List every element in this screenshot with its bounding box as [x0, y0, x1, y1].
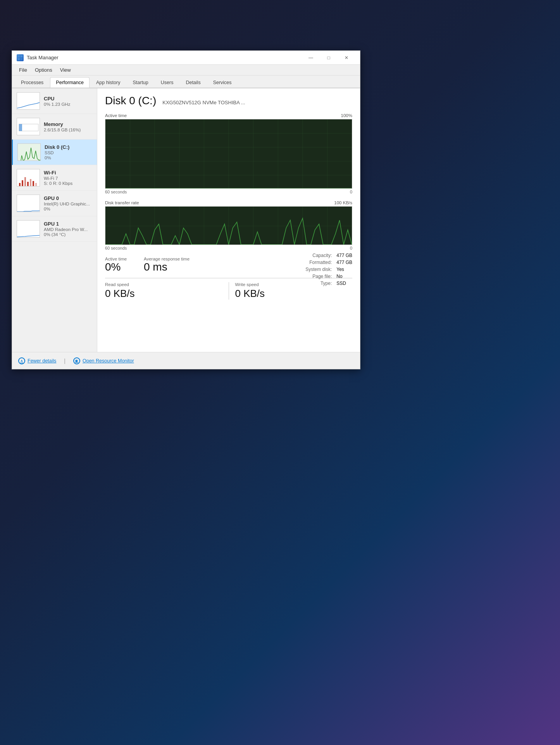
svg-rect-17	[17, 195, 40, 212]
cpu-sub: 0% 1.23 GHz	[44, 102, 92, 107]
open-resource-monitor-link[interactable]: ◉ Open Resource Monitor	[73, 357, 134, 364]
formatted-label: Formatted:	[297, 260, 332, 265]
capacity-value: 477 GB	[336, 253, 352, 258]
capacity-row: Capacity: 477 GB	[297, 253, 352, 258]
page-file-row: Page file: No	[297, 274, 352, 279]
sidebar: CPU 0% 1.23 GHz Memory 2.6/15.8 GB (16%)	[12, 88, 97, 352]
disk0-thumbnail	[17, 143, 41, 161]
fewer-details-link[interactable]: ∧ Fewer details	[18, 357, 56, 364]
active-time-duration: 60 seconds	[105, 190, 127, 194]
sidebar-item-cpu[interactable]: CPU 0% 1.23 GHz	[12, 88, 97, 114]
main-content: CPU 0% 1.23 GHz Memory 2.6/15.8 GB (16%)	[12, 88, 360, 352]
task-manager-icon	[17, 54, 24, 61]
tab-app-history[interactable]: App history	[90, 77, 126, 88]
wifi-sub2: S: 0 R: 0 Kbps	[44, 181, 92, 186]
active-time-max: 100%	[341, 113, 352, 118]
svg-rect-0	[18, 55, 20, 57]
menu-options[interactable]: Options	[31, 66, 56, 74]
memory-name: Memory	[44, 121, 92, 127]
svg-rect-18	[17, 221, 40, 238]
sidebar-item-disk0[interactable]: Disk 0 (C:) SSD 0%	[12, 140, 97, 165]
transfer-rate-label-row: Disk transfer rate 100 KB/s	[105, 200, 352, 205]
tab-startup[interactable]: Startup	[127, 77, 154, 88]
active-time-section: Active time 100%	[105, 113, 352, 194]
tab-processes[interactable]: Processes	[15, 77, 49, 88]
svg-rect-14	[30, 179, 31, 186]
svg-rect-10	[19, 183, 21, 186]
wifi-info: Wi-Fi Wi-Fi 7 S: 0 R: 0 Kbps	[44, 170, 92, 186]
wifi-sub1: Wi-Fi 7	[44, 176, 92, 181]
transfer-rate-time-label: 60 seconds 0	[105, 246, 352, 250]
read-speed-value: 0 KB/s	[105, 288, 222, 300]
fewer-details-icon: ∧	[18, 357, 25, 364]
disk0-sub1: SSD	[45, 150, 92, 155]
svg-rect-13	[27, 182, 29, 186]
system-disk-row: System disk: Yes	[297, 267, 352, 272]
title-bar-controls: — □ ✕	[302, 52, 355, 64]
tab-details[interactable]: Details	[180, 77, 206, 88]
bottom-separator: |	[64, 358, 65, 364]
tabs-bar: Processes Performance App history Startu…	[12, 76, 360, 88]
transfer-rate-zero: 0	[350, 246, 352, 250]
transfer-rate-label: Disk transfer rate	[105, 200, 139, 205]
type-row: Type: SSD	[297, 281, 352, 286]
memory-thumbnail	[17, 118, 40, 135]
gpu0-sub1: Intel(R) UHD Graphic...	[44, 202, 92, 206]
window-title: Task Manager	[27, 55, 59, 60]
stats-container: Active time 0% Average response time 0 m…	[105, 257, 352, 300]
svg-rect-3	[21, 58, 22, 60]
title-bar: Task Manager — □ ✕	[12, 51, 360, 65]
menu-bar: File Options View	[12, 65, 360, 76]
sidebar-item-wifi[interactable]: Wi-Fi Wi-Fi 7 S: 0 R: 0 Kbps	[12, 165, 97, 191]
active-time-label-row: Active time 100%	[105, 113, 352, 118]
active-time-stat: Active time 0%	[105, 257, 136, 273]
capacity-label: Capacity:	[297, 253, 332, 258]
gpu0-name: GPU 0	[44, 195, 92, 201]
fewer-details-label: Fewer details	[28, 358, 56, 364]
gpu1-info: GPU 1 AMD Radeon Pro W... 0% (34 °C)	[44, 221, 92, 237]
active-time-stat-value: 0%	[105, 261, 136, 273]
wifi-thumbnail	[17, 169, 40, 186]
title-bar-left: Task Manager	[17, 54, 59, 61]
svg-rect-16	[35, 183, 37, 186]
formatted-row: Formatted: 477 GB	[297, 260, 352, 265]
menu-view[interactable]: View	[56, 66, 75, 74]
cpu-info: CPU 0% 1.23 GHz	[44, 96, 92, 107]
maximize-button[interactable]: □	[320, 52, 338, 64]
sidebar-item-memory[interactable]: Memory 2.6/15.8 GB (16%)	[12, 114, 97, 140]
cpu-thumbnail	[17, 92, 40, 110]
gpu0-thumbnail	[17, 195, 40, 212]
sidebar-item-gpu1[interactable]: GPU 1 AMD Radeon Pro W... 0% (34 °C)	[12, 216, 97, 242]
memory-sub: 2.6/15.8 GB (16%)	[44, 128, 92, 132]
disk0-sub2: 0%	[45, 155, 92, 160]
read-speed-label: Read speed	[105, 282, 222, 287]
svg-rect-2	[18, 58, 20, 60]
page-file-value: No	[336, 274, 342, 279]
minimize-button[interactable]: —	[302, 52, 320, 64]
active-time-label: Active time	[105, 113, 127, 118]
close-button[interactable]: ✕	[338, 52, 355, 64]
avg-response-stat: Average response time 0 ms	[144, 257, 190, 273]
transfer-rate-chart	[105, 206, 352, 245]
svg-rect-15	[33, 181, 34, 186]
svg-rect-4	[17, 93, 40, 110]
tab-performance[interactable]: Performance	[50, 77, 90, 88]
tab-users[interactable]: Users	[155, 77, 179, 88]
type-value: SSD	[336, 281, 346, 286]
page-file-label: Page file:	[297, 274, 332, 279]
avg-response-value: 0 ms	[144, 261, 190, 273]
disk-title: Disk 0 (C:)	[105, 95, 156, 107]
info-table: Capacity: 477 GB Formatted: 477 GB Syste…	[297, 253, 352, 288]
svg-rect-12	[24, 177, 26, 186]
bottom-bar: ∧ Fewer details | ◉ Open Resource Monito…	[12, 352, 360, 369]
menu-file[interactable]: File	[15, 66, 31, 74]
type-label: Type:	[297, 281, 332, 286]
gpu0-sub2: 0%	[44, 207, 92, 211]
tab-services[interactable]: Services	[207, 77, 238, 88]
disk0-name: Disk 0 (C:)	[45, 144, 92, 150]
system-disk-label: System disk:	[297, 267, 332, 272]
resource-monitor-icon: ◉	[73, 357, 80, 364]
sidebar-item-gpu0[interactable]: GPU 0 Intel(R) UHD Graphic... 0%	[12, 191, 97, 216]
gpu1-sub2: 0% (34 °C)	[44, 232, 92, 237]
write-speed-value: 0 KB/s	[235, 288, 353, 300]
